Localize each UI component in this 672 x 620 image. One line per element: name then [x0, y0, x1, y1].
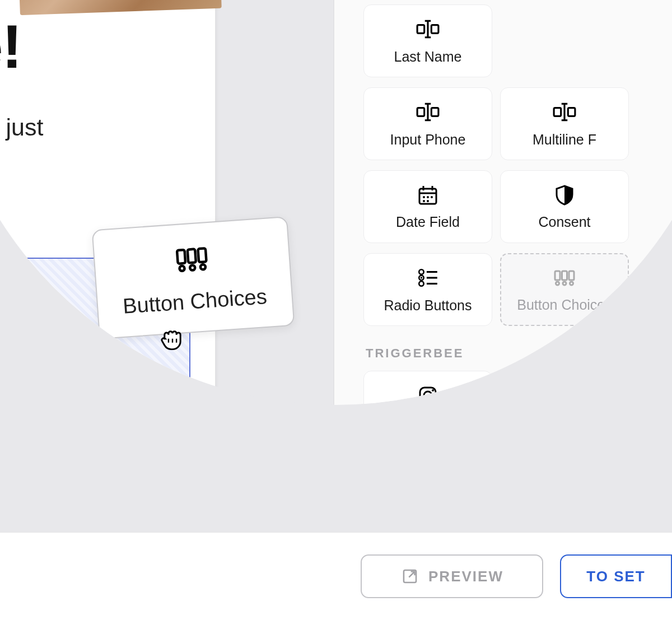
tile-discount-code[interactable]: Discount Code [500, 371, 629, 444]
hero-image [15, 0, 222, 15]
subtext: r you, just much [0, 113, 43, 173]
fields-sidebar: Last Name Input Phone Multiline F Date F… [333, 0, 672, 532]
calendar-icon [417, 184, 439, 206]
canvas-preview[interactable]: ee! r you, just much Button Choices [0, 0, 333, 532]
headline-fragment: ee! [0, 11, 21, 82]
text-input-icon [416, 100, 440, 124]
tile-label: Input Phone [390, 132, 466, 148]
button-choices-icon [552, 267, 577, 289]
tile-label: Button Choices [517, 297, 612, 313]
instagram-icon [417, 384, 439, 407]
text-input-icon [416, 17, 440, 41]
tile-label: Last Name [394, 49, 462, 65]
alarm-clock-icon [417, 467, 439, 490]
text-input-icon [553, 100, 576, 124]
tile-label: Radio Buttons [384, 297, 472, 314]
tile-social-media-follow[interactable]: Social media follow [363, 371, 492, 444]
tile-label: Discount Code [519, 414, 610, 431]
section-label-triggerbee: TRIGGERBEE [346, 326, 661, 371]
tile-label: Social media follow [368, 414, 488, 431]
radio-list-icon [416, 266, 440, 290]
field-tile-date[interactable]: Date Field [363, 170, 492, 243]
tile-label: Multiline F [533, 132, 596, 148]
dragging-tile-label: Button Choices [122, 284, 268, 318]
tile-label: Deadline [400, 497, 456, 514]
field-tile-input-phone[interactable]: Input Phone [363, 87, 492, 160]
field-tile-button-choices-ghost[interactable]: Button Choices [500, 253, 629, 326]
button-choices-icon [170, 241, 214, 277]
field-tile-consent[interactable]: Consent [500, 170, 629, 243]
tile-label: Date Field [396, 214, 460, 230]
subtext-line1: r you, just [0, 114, 43, 141]
field-tile-radio-buttons[interactable]: Radio Buttons [363, 253, 492, 326]
footer-bar: PREVIEW TO SET [0, 532, 672, 620]
grab-cursor-icon [158, 321, 187, 351]
preview-button-label: PREVIEW [428, 568, 503, 585]
field-tile-multiline[interactable]: Multiline F [500, 87, 629, 160]
tile-label: Consent [538, 214, 590, 230]
preview-button[interactable]: PREVIEW [361, 554, 543, 598]
discount-ticket-icon [550, 384, 579, 407]
field-tile-last-name[interactable]: Last Name [363, 4, 492, 77]
dragging-tile-button-choices[interactable]: Button Choices [92, 216, 295, 339]
primary-button-label: TO SET [586, 568, 645, 585]
shield-icon [553, 184, 576, 206]
tile-deadline[interactable]: Deadline [363, 454, 492, 526]
to-settings-button[interactable]: TO SET [560, 554, 672, 598]
external-link-icon [400, 567, 419, 586]
